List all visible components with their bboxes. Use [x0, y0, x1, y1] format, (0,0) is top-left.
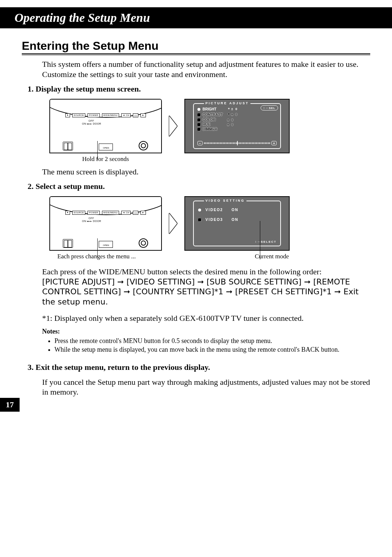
open-button: OPEN [99, 144, 113, 150]
note-item: Press the remote control's MENU button f… [54, 337, 370, 345]
widemenu-button: WIDE/MENU [102, 113, 119, 117]
explain-text-1: Each press of the WIDE/MENU button selec… [42, 267, 370, 277]
rocker-switch [63, 239, 73, 248]
step1-heading: 1. Display the setup menu screen. [28, 84, 370, 94]
osd1-value: ± 0 [227, 123, 234, 126]
on-door-label: ON ▸▸▸ DOOR [82, 122, 101, 125]
source-button: SOURCE [72, 211, 86, 215]
osd1-row-bright: BRIGHT ＊± 0 [197, 107, 280, 112]
osd1-row-contrast: CONTRAST ＊± 0 [197, 112, 280, 117]
osd-screen-picture-adjust: PICTURE ADJUST ↕↔SEL BRIGHT ＊± 0 CONTRAS… [184, 99, 290, 153]
off-label: OFF [89, 120, 94, 122]
section-title: Entering the Setup Menu [22, 39, 370, 54]
note-item: While the setup menu is displayed, you c… [54, 346, 370, 354]
ch-pair-button: ▯▯ [133, 113, 138, 117]
chapter-banner: Operating the Setup Menu [0, 7, 392, 28]
up-arrow-button: ▲ [65, 211, 70, 215]
unselected-bullet-icon [198, 218, 201, 221]
menu-sequence-text: [PICTURE ADJUST] ➞ [VIDEO SETTING] ➞ [SU… [42, 277, 370, 307]
callout-line [97, 141, 98, 160]
unselected-bullet-icon [197, 118, 200, 121]
step2-figure-row: ▲ SOURCE POWER WIDE/MENU ◄ CH ▯▯ ► OFF O… [49, 196, 370, 251]
selected-bullet-icon [197, 108, 200, 111]
osd2-label: VIDEO2 [205, 208, 227, 212]
step2-caption-left: Each press changes the menu ... [49, 253, 144, 260]
device-illustration-2: ▲ SOURCE POWER WIDE/MENU ◄ CH ▯▯ ► OFF O… [49, 196, 162, 251]
slider-track [204, 142, 270, 144]
osd2-label: VIDEO3 [205, 218, 227, 222]
step2-heading: 2. Select a setup menu. [28, 182, 370, 191]
dial-control [139, 238, 148, 248]
ch-left-button: ◄ CH [121, 211, 131, 215]
step3-body: If you cancel the Setup menu part way th… [42, 377, 370, 397]
osd1-label: DIMMER [203, 127, 225, 131]
rocker-switch [63, 142, 73, 150]
wedge-arrow-icon [169, 116, 177, 136]
page-number: 17 [0, 398, 20, 412]
source-button: SOURCE [72, 113, 86, 117]
open-button: OPEN [99, 241, 113, 248]
unselected-bullet-icon [197, 128, 200, 131]
intro-text: This system offers a number of functiona… [42, 59, 370, 79]
ch-right-button: ► [140, 211, 146, 215]
osd1-slider: − + [197, 141, 277, 145]
off-label: OFF [89, 217, 94, 219]
footnote-1: *1: Displayed only when a separately sol… [42, 313, 370, 323]
osd2-value: ON [232, 218, 238, 222]
osd2-footer: ↕↔SELECT [255, 240, 277, 243]
select-label: SELECT [261, 240, 277, 243]
step1-figure-row: ▲ SOURCE POWER WIDE/MENU ◄ CH ▯▯ ► OFF O… [49, 99, 370, 153]
osd1-row-dimmer: DIMMER [197, 127, 280, 131]
plus-box-icon: + [271, 141, 277, 145]
osd2-value: ON [232, 208, 238, 212]
step1-result-text: The menu screen is displayed. [42, 167, 370, 177]
osd1-value: ± 0 [227, 118, 234, 122]
step2-caption-right: Current mode [245, 253, 299, 260]
minus-box-icon: − [197, 141, 203, 145]
selected-bullet-icon [198, 209, 201, 211]
osd2-title: VIDEO SETTING [204, 199, 246, 202]
power-button: POWER [87, 211, 99, 215]
osd2-row-video3: VIDEO3 ON [198, 218, 238, 222]
step1-caption: Hold for 2 seconds [49, 156, 162, 163]
device-illustration-1: ▲ SOURCE POWER WIDE/MENU ◄ CH ▯▯ ► OFF O… [49, 99, 162, 153]
up-arrow-button: ▲ [65, 113, 70, 117]
osd-screen-video-setting: VIDEO SETTING VIDEO2 ON VIDEO3 ON ↕↔SELE… [184, 196, 290, 251]
osd1-value: ＊± 0 [227, 112, 238, 117]
step3-heading: 3. Exit the setup menu, return to the pr… [28, 363, 370, 372]
osd1-title: PICTURE ADJUST [204, 101, 250, 105]
osd1-value: ＊± 0 [227, 107, 238, 112]
callout-line [260, 221, 260, 259]
on-door-label: ON ▸▸▸ DOOR [82, 220, 101, 223]
unselected-bullet-icon [197, 113, 200, 116]
ch-right-button: ► [140, 113, 146, 117]
power-button: POWER [87, 113, 99, 117]
osd1-row-hue: HUE ± 0 [197, 122, 280, 126]
wedge-arrow-icon [169, 213, 177, 234]
osd1-label: HUE [203, 122, 225, 126]
notes-heading: Notes: [42, 328, 370, 335]
notes-list: Press the remote control's MENU button f… [48, 337, 370, 354]
osd1-label: BRIGHT [203, 107, 225, 111]
osd2-row-video2: VIDEO2 ON [198, 208, 238, 212]
callout-line [97, 238, 98, 257]
ch-left-button: ◄ CH [121, 113, 131, 117]
ch-pair-button: ▯▯ [133, 211, 138, 215]
osd1-label: COLOR [203, 118, 225, 122]
dial-control [139, 141, 148, 150]
osd1-row-color: COLOR ± 0 [197, 118, 280, 122]
widemenu-button: WIDE/MENU [102, 211, 119, 215]
unselected-bullet-icon [197, 123, 200, 126]
osd1-label: CONTRAST [203, 113, 225, 117]
